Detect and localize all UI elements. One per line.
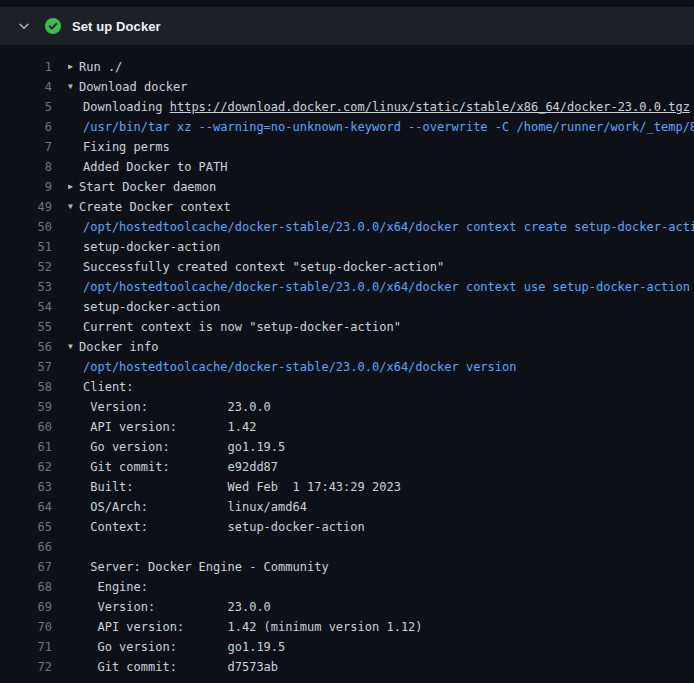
log-line-number[interactable]: 53 [0, 277, 52, 297]
log-command-text: /opt/hostedtoolcache/docker-stable/23.0.… [68, 357, 694, 377]
log-group-content[interactable]: ▼Download docker [68, 77, 694, 97]
log-line: 66 [0, 537, 694, 557]
log-line-number[interactable]: 70 [0, 617, 52, 637]
log-line: 57/opt/hostedtoolcache/docker-stable/23.… [0, 357, 694, 377]
log-line-number[interactable]: 50 [0, 217, 52, 237]
chevron-down-icon[interactable] [16, 18, 32, 34]
log-line: 70 API version: 1.42 (minimum version 1.… [0, 617, 694, 637]
log-line: 63 Built: Wed Feb 1 17:43:29 2023 [0, 477, 694, 497]
log-group-line[interactable]: 4▼Download docker [0, 77, 694, 97]
log-text: Server: Docker Engine - Community [68, 557, 694, 577]
log-group-content[interactable]: ▶Run ./ [68, 57, 694, 77]
log-group-title: Docker info [79, 340, 158, 354]
log-group-title: Download docker [79, 80, 187, 94]
log-line: 69 Version: 23.0.0 [0, 597, 694, 617]
log-text: Built: Wed Feb 1 17:43:29 2023 [68, 477, 694, 497]
log-line-number[interactable]: 6 [0, 117, 52, 137]
log-line: 67 Server: Docker Engine - Community [0, 557, 694, 577]
group-collapsed-triangle-icon[interactable]: ▶ [68, 57, 79, 77]
log-group-content[interactable]: ▶Start Docker daemon [68, 177, 694, 197]
log-text: setup-docker-action [68, 237, 694, 257]
log-line-number[interactable]: 60 [0, 417, 52, 437]
log-line: 54setup-docker-action [0, 297, 694, 317]
log-lines: 1▶Run ./4▼Download docker5Downloading ht… [0, 45, 694, 677]
log-group-line[interactable]: 9▶Start Docker daemon [0, 177, 694, 197]
log-line: 72 Git commit: d7573ab [0, 657, 694, 677]
log-line-number[interactable]: 7 [0, 137, 52, 157]
log-text: Version: 23.0.0 [68, 397, 694, 417]
log-line-number[interactable]: 58 [0, 377, 52, 397]
log-line-number[interactable]: 54 [0, 297, 52, 317]
log-line-number[interactable]: 63 [0, 477, 52, 497]
log-group-content[interactable]: ▼Docker info [68, 337, 694, 357]
log-text: Git commit: d7573ab [68, 657, 694, 677]
log-line-number[interactable]: 64 [0, 497, 52, 517]
log-line-number[interactable]: 69 [0, 597, 52, 617]
log-line: 65 Context: setup-docker-action [0, 517, 694, 537]
log-line: 68 Engine: [0, 577, 694, 597]
log-line: 7Fixing perms [0, 137, 694, 157]
log-text: Version: 23.0.0 [68, 597, 694, 617]
log-text: OS/Arch: linux/amd64 [68, 497, 694, 517]
log-group-line[interactable]: 56▼Docker info [0, 337, 694, 357]
log-group-line[interactable]: 49▼Create Docker context [0, 197, 694, 217]
log-text: Downloading https://download.docker.com/… [68, 97, 694, 117]
log-group-title: Create Docker context [79, 200, 231, 214]
log-line: 59 Version: 23.0.0 [0, 397, 694, 417]
log-line-number[interactable]: 5 [0, 97, 52, 117]
step-header[interactable]: Set up Docker [0, 7, 694, 45]
log-text: API version: 1.42 [68, 417, 694, 437]
log-line: 50/opt/hostedtoolcache/docker-stable/23.… [0, 217, 694, 237]
log-line-number[interactable]: 67 [0, 557, 52, 577]
log-line: 52Successfully created context "setup-do… [0, 257, 694, 277]
log-text: Go version: go1.19.5 [68, 637, 694, 657]
log-text: Git commit: e92dd87 [68, 457, 694, 477]
log-line-number[interactable]: 62 [0, 457, 52, 477]
step-title: Set up Docker [72, 19, 161, 34]
log-line-number[interactable]: 51 [0, 237, 52, 257]
log-line: 64 OS/Arch: linux/amd64 [0, 497, 694, 517]
log-line-number[interactable]: 52 [0, 257, 52, 277]
log-line: 58Client: [0, 377, 694, 397]
log-line: 71 Go version: go1.19.5 [0, 637, 694, 657]
log-line-number[interactable]: 59 [0, 397, 52, 417]
log-line: 8Added Docker to PATH [0, 157, 694, 177]
log-text: Client: [68, 377, 694, 397]
log-text: Added Docker to PATH [68, 157, 694, 177]
log-link-prefix: Downloading [83, 100, 170, 114]
log-group-line[interactable]: 1▶Run ./ [0, 57, 694, 77]
log-line-number[interactable]: 55 [0, 317, 52, 337]
log-line-number[interactable]: 8 [0, 157, 52, 177]
log-line: 60 API version: 1.42 [0, 417, 694, 437]
log-text: Context: setup-docker-action [68, 517, 694, 537]
log-text: Successfully created context "setup-dock… [68, 257, 694, 277]
log-command-text: /usr/bin/tar xz --warning=no-unknown-key… [68, 117, 694, 137]
log-line-number[interactable]: 66 [0, 537, 52, 557]
log-line-number[interactable]: 4 [0, 77, 52, 97]
log-text: Engine: [68, 577, 694, 597]
log-text: Go version: go1.19.5 [68, 437, 694, 457]
log-line: 5Downloading https://download.docker.com… [0, 97, 694, 117]
log-line-number[interactable]: 9 [0, 177, 52, 197]
log-line-number[interactable]: 49 [0, 197, 52, 217]
group-expanded-triangle-icon[interactable]: ▼ [68, 77, 79, 97]
log-line-number[interactable]: 1 [0, 57, 52, 77]
log-group-content[interactable]: ▼Create Docker context [68, 197, 694, 217]
log-text [68, 537, 694, 557]
group-expanded-triangle-icon[interactable]: ▼ [68, 197, 79, 217]
group-expanded-triangle-icon[interactable]: ▼ [68, 337, 79, 357]
log-line-number[interactable]: 71 [0, 637, 52, 657]
log-line: 53/opt/hostedtoolcache/docker-stable/23.… [0, 277, 694, 297]
log-url-link[interactable]: https://download.docker.com/linux/static… [170, 100, 690, 114]
log-line-number[interactable]: 65 [0, 517, 52, 537]
log-command-text: /opt/hostedtoolcache/docker-stable/23.0.… [68, 277, 694, 297]
group-collapsed-triangle-icon[interactable]: ▶ [68, 177, 79, 197]
log-line-number[interactable]: 56 [0, 337, 52, 357]
log-line-number[interactable]: 68 [0, 577, 52, 597]
log-line-number[interactable]: 72 [0, 657, 52, 677]
log-line: 6/usr/bin/tar xz --warning=no-unknown-ke… [0, 117, 694, 137]
log-line-number[interactable]: 61 [0, 437, 52, 457]
log-text: Fixing perms [68, 137, 694, 157]
log-group-title: Run ./ [79, 60, 122, 74]
log-line-number[interactable]: 57 [0, 357, 52, 377]
